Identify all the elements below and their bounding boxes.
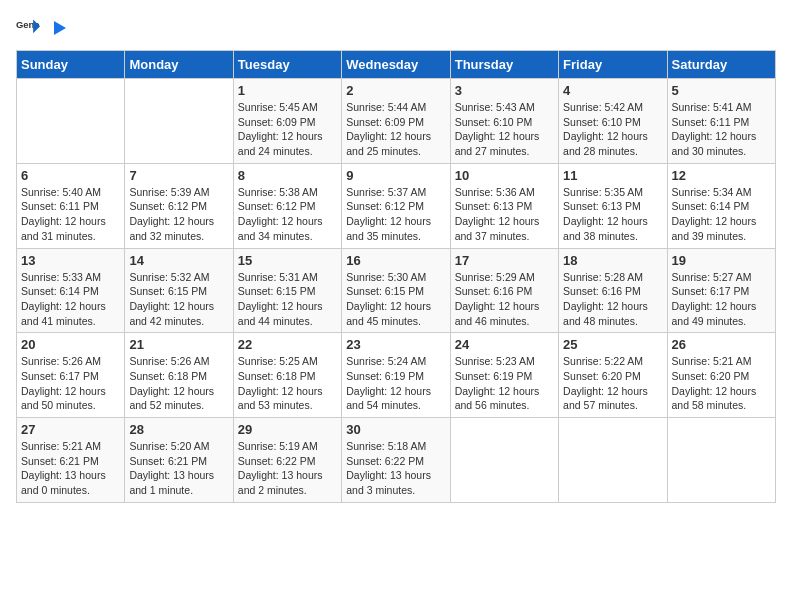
calendar-cell: 5Sunrise: 5:41 AMSunset: 6:11 PMDaylight… [667,79,775,164]
calendar-cell: 17Sunrise: 5:29 AMSunset: 6:16 PMDayligh… [450,248,558,333]
calendar-cell: 7Sunrise: 5:39 AMSunset: 6:12 PMDaylight… [125,163,233,248]
day-number: 28 [129,422,228,437]
calendar-cell: 30Sunrise: 5:18 AMSunset: 6:22 PMDayligh… [342,418,450,503]
svg-marker-2 [54,21,66,35]
day-info: Sunrise: 5:21 AMSunset: 6:21 PMDaylight:… [21,439,120,498]
day-number: 25 [563,337,662,352]
day-info: Sunrise: 5:41 AMSunset: 6:11 PMDaylight:… [672,100,771,159]
calendar-cell: 12Sunrise: 5:34 AMSunset: 6:14 PMDayligh… [667,163,775,248]
day-number: 9 [346,168,445,183]
day-info: Sunrise: 5:20 AMSunset: 6:21 PMDaylight:… [129,439,228,498]
col-header-thursday: Thursday [450,51,558,79]
day-number: 14 [129,253,228,268]
day-info: Sunrise: 5:27 AMSunset: 6:17 PMDaylight:… [672,270,771,329]
day-info: Sunrise: 5:35 AMSunset: 6:13 PMDaylight:… [563,185,662,244]
day-info: Sunrise: 5:30 AMSunset: 6:15 PMDaylight:… [346,270,445,329]
day-info: Sunrise: 5:33 AMSunset: 6:14 PMDaylight:… [21,270,120,329]
day-number: 4 [563,83,662,98]
day-info: Sunrise: 5:31 AMSunset: 6:15 PMDaylight:… [238,270,337,329]
calendar-cell: 18Sunrise: 5:28 AMSunset: 6:16 PMDayligh… [559,248,667,333]
day-info: Sunrise: 5:18 AMSunset: 6:22 PMDaylight:… [346,439,445,498]
day-number: 24 [455,337,554,352]
col-header-friday: Friday [559,51,667,79]
col-header-sunday: Sunday [17,51,125,79]
calendar-cell: 10Sunrise: 5:36 AMSunset: 6:13 PMDayligh… [450,163,558,248]
logo-arrow-icon [48,17,70,39]
logo: General [16,16,70,40]
calendar-cell: 8Sunrise: 5:38 AMSunset: 6:12 PMDaylight… [233,163,341,248]
day-number: 27 [21,422,120,437]
calendar-cell: 20Sunrise: 5:26 AMSunset: 6:17 PMDayligh… [17,333,125,418]
calendar-cell: 15Sunrise: 5:31 AMSunset: 6:15 PMDayligh… [233,248,341,333]
day-number: 2 [346,83,445,98]
calendar-cell: 9Sunrise: 5:37 AMSunset: 6:12 PMDaylight… [342,163,450,248]
day-info: Sunrise: 5:26 AMSunset: 6:17 PMDaylight:… [21,354,120,413]
day-info: Sunrise: 5:44 AMSunset: 6:09 PMDaylight:… [346,100,445,159]
day-info: Sunrise: 5:36 AMSunset: 6:13 PMDaylight:… [455,185,554,244]
day-number: 16 [346,253,445,268]
calendar-cell: 14Sunrise: 5:32 AMSunset: 6:15 PMDayligh… [125,248,233,333]
calendar-cell: 29Sunrise: 5:19 AMSunset: 6:22 PMDayligh… [233,418,341,503]
day-info: Sunrise: 5:26 AMSunset: 6:18 PMDaylight:… [129,354,228,413]
col-header-monday: Monday [125,51,233,79]
day-info: Sunrise: 5:23 AMSunset: 6:19 PMDaylight:… [455,354,554,413]
day-info: Sunrise: 5:39 AMSunset: 6:12 PMDaylight:… [129,185,228,244]
calendar-cell: 23Sunrise: 5:24 AMSunset: 6:19 PMDayligh… [342,333,450,418]
day-info: Sunrise: 5:24 AMSunset: 6:19 PMDaylight:… [346,354,445,413]
header: General [16,16,776,40]
day-number: 3 [455,83,554,98]
day-info: Sunrise: 5:37 AMSunset: 6:12 PMDaylight:… [346,185,445,244]
logo-icon: General [16,16,40,40]
calendar-cell [559,418,667,503]
calendar-cell: 28Sunrise: 5:20 AMSunset: 6:21 PMDayligh… [125,418,233,503]
day-info: Sunrise: 5:45 AMSunset: 6:09 PMDaylight:… [238,100,337,159]
day-info: Sunrise: 5:25 AMSunset: 6:18 PMDaylight:… [238,354,337,413]
day-number: 20 [21,337,120,352]
calendar-cell [17,79,125,164]
calendar-cell: 4Sunrise: 5:42 AMSunset: 6:10 PMDaylight… [559,79,667,164]
calendar-cell: 13Sunrise: 5:33 AMSunset: 6:14 PMDayligh… [17,248,125,333]
col-header-tuesday: Tuesday [233,51,341,79]
calendar-cell: 11Sunrise: 5:35 AMSunset: 6:13 PMDayligh… [559,163,667,248]
day-number: 6 [21,168,120,183]
day-number: 7 [129,168,228,183]
day-number: 17 [455,253,554,268]
calendar-cell [667,418,775,503]
calendar-cell: 27Sunrise: 5:21 AMSunset: 6:21 PMDayligh… [17,418,125,503]
day-number: 22 [238,337,337,352]
day-number: 12 [672,168,771,183]
day-number: 5 [672,83,771,98]
calendar-cell: 1Sunrise: 5:45 AMSunset: 6:09 PMDaylight… [233,79,341,164]
day-info: Sunrise: 5:19 AMSunset: 6:22 PMDaylight:… [238,439,337,498]
day-info: Sunrise: 5:34 AMSunset: 6:14 PMDaylight:… [672,185,771,244]
day-number: 8 [238,168,337,183]
day-number: 26 [672,337,771,352]
day-info: Sunrise: 5:38 AMSunset: 6:12 PMDaylight:… [238,185,337,244]
calendar-cell: 2Sunrise: 5:44 AMSunset: 6:09 PMDaylight… [342,79,450,164]
calendar-cell: 19Sunrise: 5:27 AMSunset: 6:17 PMDayligh… [667,248,775,333]
day-info: Sunrise: 5:43 AMSunset: 6:10 PMDaylight:… [455,100,554,159]
col-header-wednesday: Wednesday [342,51,450,79]
day-number: 19 [672,253,771,268]
calendar-table: SundayMondayTuesdayWednesdayThursdayFrid… [16,50,776,503]
day-number: 13 [21,253,120,268]
day-info: Sunrise: 5:22 AMSunset: 6:20 PMDaylight:… [563,354,662,413]
day-number: 1 [238,83,337,98]
calendar-cell: 25Sunrise: 5:22 AMSunset: 6:20 PMDayligh… [559,333,667,418]
calendar-cell: 6Sunrise: 5:40 AMSunset: 6:11 PMDaylight… [17,163,125,248]
day-number: 10 [455,168,554,183]
day-number: 23 [346,337,445,352]
calendar-cell: 26Sunrise: 5:21 AMSunset: 6:20 PMDayligh… [667,333,775,418]
day-info: Sunrise: 5:40 AMSunset: 6:11 PMDaylight:… [21,185,120,244]
col-header-saturday: Saturday [667,51,775,79]
day-info: Sunrise: 5:28 AMSunset: 6:16 PMDaylight:… [563,270,662,329]
calendar-cell: 24Sunrise: 5:23 AMSunset: 6:19 PMDayligh… [450,333,558,418]
calendar-cell: 22Sunrise: 5:25 AMSunset: 6:18 PMDayligh… [233,333,341,418]
day-info: Sunrise: 5:29 AMSunset: 6:16 PMDaylight:… [455,270,554,329]
calendar-cell: 3Sunrise: 5:43 AMSunset: 6:10 PMDaylight… [450,79,558,164]
calendar-cell: 21Sunrise: 5:26 AMSunset: 6:18 PMDayligh… [125,333,233,418]
day-number: 29 [238,422,337,437]
calendar-cell: 16Sunrise: 5:30 AMSunset: 6:15 PMDayligh… [342,248,450,333]
day-info: Sunrise: 5:42 AMSunset: 6:10 PMDaylight:… [563,100,662,159]
day-info: Sunrise: 5:32 AMSunset: 6:15 PMDaylight:… [129,270,228,329]
